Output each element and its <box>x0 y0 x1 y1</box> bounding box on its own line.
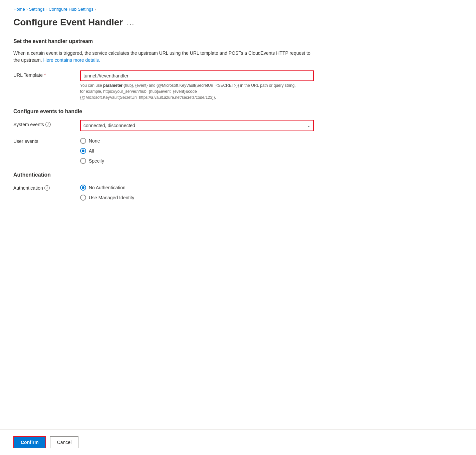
confirm-button[interactable]: Confirm <box>13 436 46 448</box>
radio-specify-label: Specify <box>89 158 104 164</box>
system-events-select[interactable]: connected, disconnected <box>80 120 314 131</box>
user-events-specify[interactable]: Specify <box>80 158 104 164</box>
user-events-none[interactable]: None <box>80 138 104 144</box>
footer-bar: Confirm Cancel <box>0 429 476 455</box>
auth-section-title: Authentication <box>13 172 463 178</box>
radio-all[interactable] <box>80 148 86 154</box>
title-ellipsis[interactable]: ... <box>127 19 135 26</box>
radio-specify[interactable] <box>80 158 86 164</box>
cancel-button[interactable]: Cancel <box>50 436 79 448</box>
auth-no-auth[interactable]: No Authentication <box>80 185 134 191</box>
breadcrumb: Home › Settings › Configure Hub Settings… <box>13 7 463 12</box>
auth-label: Authentication i <box>13 183 73 191</box>
auth-info-icon[interactable]: i <box>44 185 50 191</box>
radio-no-auth-label: No Authentication <box>89 185 126 190</box>
radio-no-auth[interactable] <box>80 185 86 191</box>
breadcrumb-settings[interactable]: Settings <box>29 7 45 12</box>
page-title: Configure Event Handler <box>13 17 123 28</box>
url-template-label: URL Template * <box>13 70 73 78</box>
url-template-hint: You can use parameter {hub}, {event} and… <box>80 82 300 100</box>
upstream-description: When a certain event is triggered, the s… <box>13 50 314 64</box>
system-events-label: System events i <box>13 120 73 127</box>
auth-managed-identity[interactable]: Use Managed Identity <box>80 195 134 201</box>
radio-all-label: All <box>89 148 94 154</box>
radio-none[interactable] <box>80 138 86 144</box>
more-details-link[interactable]: Here contains more details. <box>43 57 100 63</box>
radio-managed-identity-label: Use Managed Identity <box>89 195 134 200</box>
required-indicator: * <box>44 72 46 78</box>
upstream-section-title: Set the event handler upstream <box>13 38 463 44</box>
user-events-all[interactable]: All <box>80 148 104 154</box>
radio-managed-identity[interactable] <box>80 195 86 201</box>
radio-none-label: None <box>89 138 100 144</box>
auth-radio-group: No Authentication Use Managed Identity <box>80 183 134 201</box>
user-events-label: User events <box>13 137 73 144</box>
breadcrumb-home[interactable]: Home <box>13 7 25 12</box>
breadcrumb-configure[interactable]: Configure Hub Settings <box>49 7 93 12</box>
events-section-title: Configure events to handle <box>13 108 463 115</box>
system-events-info-icon[interactable]: i <box>45 122 51 127</box>
user-events-radio-group: None All Specify <box>80 137 104 164</box>
url-template-input[interactable] <box>80 70 314 81</box>
